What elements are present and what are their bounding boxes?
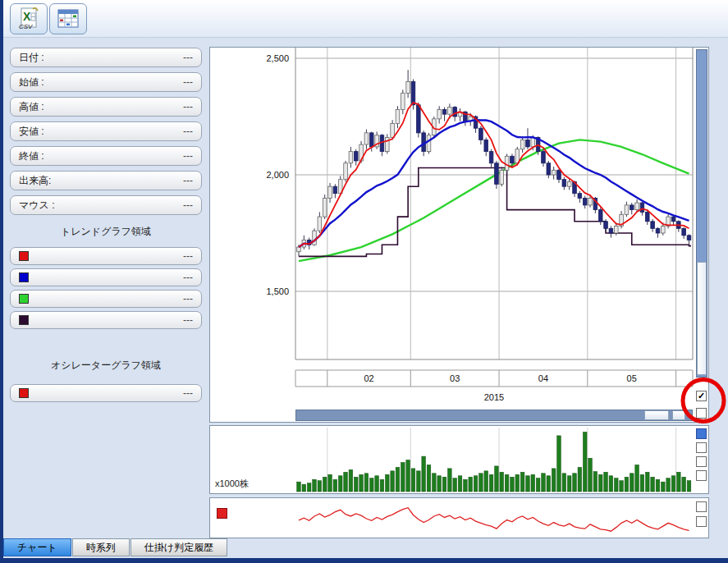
- legend-value: ---: [183, 272, 193, 283]
- app-window: X CSV 日付 :---始値 :---高値 :---安値 :---終値: [0, 0, 728, 563]
- field-value: ---: [183, 175, 193, 186]
- legend-color-chip: [19, 388, 29, 398]
- svg-text:05: 05: [627, 373, 637, 383]
- field-value: ---: [183, 76, 193, 88]
- legend-value: ---: [183, 250, 193, 262]
- trend-section-title: トレンドグラフ領域: [10, 225, 202, 239]
- volume-scroll-thumb[interactable]: [696, 428, 707, 439]
- info-field-row: 終値 :---: [10, 146, 202, 166]
- svg-text:02: 02: [364, 373, 373, 383]
- tab-bar: チャート時系列仕掛け判定履歴: [3, 538, 228, 558]
- legend-value: ---: [183, 314, 193, 326]
- legend-color-chip: [19, 315, 29, 325]
- horizontal-scrollbar[interactable]: [295, 410, 693, 421]
- oscillator-legend-chip: [217, 508, 227, 519]
- osc-legends: ---: [10, 384, 202, 402]
- vertical-scrollbar[interactable]: [696, 49, 707, 378]
- visibility-checkbox[interactable]: [696, 470, 707, 481]
- volume-panel: x1000株: [209, 425, 709, 494]
- tab-time-series[interactable]: 時系列: [72, 538, 130, 556]
- oscillator-chart[interactable]: [210, 498, 694, 538]
- oscillator-section-title: オシレーターグラフ領域: [10, 359, 202, 373]
- visibility-checkbox-checked[interactable]: ✓: [696, 391, 707, 401]
- svg-text:X: X: [23, 10, 31, 23]
- svg-text:2,000: 2,000: [266, 170, 289, 180]
- field-label: マウス :: [19, 199, 55, 213]
- info-field-row: 安値 :---: [10, 121, 202, 141]
- toolbar: X CSV: [3, 0, 728, 38]
- oscillator-checkboxes: [696, 501, 707, 527]
- main-chart-panel: 2,5002,0001,500020304052015 ✓: [209, 47, 709, 423]
- trend-legend-row: ---: [10, 268, 202, 286]
- visibility-checkbox[interactable]: [696, 408, 707, 419]
- horizontal-scrollbar-button[interactable]: [672, 410, 685, 420]
- info-field-row: マウス :---: [10, 195, 202, 215]
- table-chart-icon: [55, 6, 81, 32]
- info-panel: 日付 :---始値 :---高値 :---安値 :---終値 :---出来高:-…: [10, 48, 202, 405]
- visibility-checkbox[interactable]: [696, 442, 707, 453]
- field-value: ---: [183, 150, 193, 162]
- trend-legends: ------------: [10, 247, 202, 329]
- info-field-row: 日付 :---: [10, 48, 202, 67]
- trend-legend-row: ---: [10, 311, 202, 329]
- legend-value: ---: [183, 387, 193, 399]
- volume-chart[interactable]: [210, 426, 694, 493]
- svg-text:1,500: 1,500: [266, 286, 289, 296]
- field-label: 出来高:: [19, 174, 51, 188]
- table-view-button[interactable]: [49, 3, 87, 34]
- trend-legend-row: ---: [10, 290, 202, 308]
- field-label: 日付 :: [19, 51, 44, 65]
- info-field-row: 高値 :---: [10, 97, 202, 117]
- field-value: ---: [183, 126, 193, 137]
- field-value: ---: [183, 52, 193, 63]
- window-frame-left: [0, 0, 3, 563]
- excel-csv-icon: X CSV: [16, 6, 42, 32]
- tab-chart[interactable]: チャート: [3, 538, 71, 556]
- field-value: ---: [183, 199, 193, 211]
- horizontal-scrollbar-thumb[interactable]: [644, 410, 669, 420]
- field-label: 始値 :: [19, 76, 44, 89]
- window-frame-bottom: [0, 558, 728, 563]
- tab-trade-signal-history[interactable]: 仕掛け判定履歴: [130, 538, 227, 556]
- main-chart[interactable]: 2,5002,0001,500020304052015: [210, 48, 694, 406]
- svg-text:2015: 2015: [484, 392, 504, 402]
- field-label: 高値 :: [19, 100, 44, 114]
- oscillator-panel: [209, 497, 709, 538]
- volume-unit-label: x1000株: [215, 478, 249, 490]
- vertical-scrollbar-thumb[interactable]: [697, 262, 707, 375]
- legend-color-chip: [19, 251, 29, 261]
- svg-text:04: 04: [538, 373, 548, 383]
- field-label: 安値 :: [19, 125, 44, 139]
- visibility-checkbox[interactable]: [696, 516, 707, 527]
- legend-value: ---: [183, 293, 193, 304]
- field-value: ---: [183, 101, 193, 112]
- osc-legend-row: ---: [10, 384, 202, 402]
- svg-text:03: 03: [450, 373, 460, 383]
- visibility-checkbox[interactable]: [696, 456, 707, 467]
- volume-checkboxes: [696, 442, 707, 481]
- main-chart-checkboxes: ✓: [696, 391, 707, 419]
- export-csv-button[interactable]: X CSV: [10, 3, 48, 34]
- info-fields: 日付 :---始値 :---高値 :---安値 :---終値 :---出来高:-…: [10, 48, 202, 215]
- svg-text:CSV: CSV: [19, 23, 33, 30]
- info-field-row: 始値 :---: [10, 72, 202, 92]
- svg-text:2,500: 2,500: [266, 53, 289, 63]
- legend-color-chip: [19, 272, 29, 282]
- field-label: 終値 :: [19, 149, 44, 163]
- legend-color-chip: [19, 294, 29, 304]
- info-field-row: 出来高:---: [10, 171, 202, 190]
- trend-legend-row: ---: [10, 247, 202, 265]
- visibility-checkbox[interactable]: [696, 501, 707, 512]
